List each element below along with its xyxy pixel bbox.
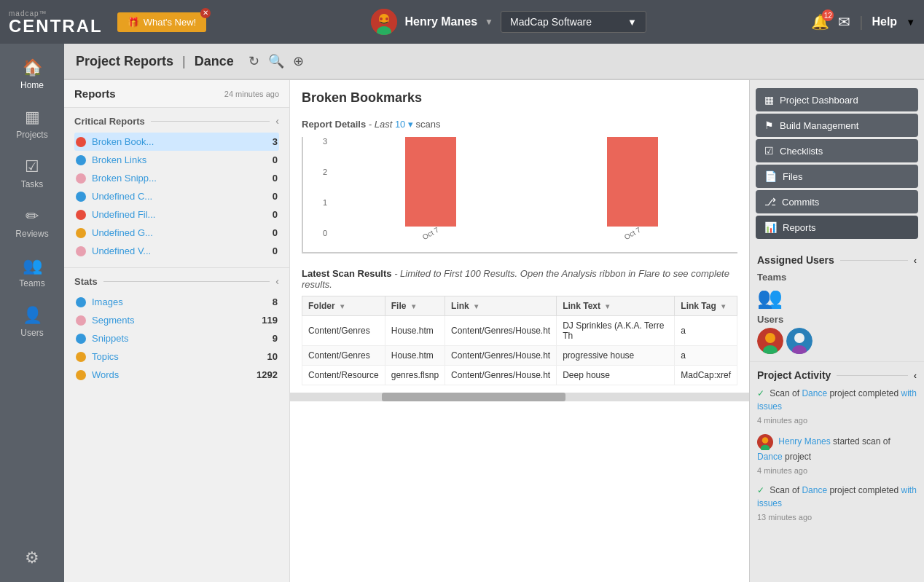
build-label: Build Management <box>780 120 909 131</box>
table-row-0[interactable]: Content/Genres House.htm Content/Genres/… <box>302 316 737 346</box>
header-right: 🔔 12 ✉ | Help ▼ <box>811 13 915 31</box>
right-nav-files[interactable]: 📄 Files <box>756 165 918 188</box>
assigned-collapse-button[interactable]: ‹ <box>914 255 917 266</box>
target-icon[interactable]: ⊕ <box>293 53 304 69</box>
checklist-icon: ☑ <box>764 145 774 157</box>
sidebar-item-reviews[interactable]: ✏ Reviews <box>0 200 64 246</box>
right-nav-commits[interactable]: ⎇ Commits <box>756 190 918 213</box>
bars-container: Oct 7 Oct 7 <box>332 137 730 237</box>
report-dot-3 <box>76 192 86 202</box>
table-row-2[interactable]: Content/Resource genres.flsnp Content/Ge… <box>302 366 737 385</box>
sidebar-item-users[interactable]: 👤 Users <box>0 299 64 345</box>
stats-item-1[interactable]: Segments 119 <box>74 311 279 329</box>
message-icon[interactable]: ✉ <box>838 13 850 31</box>
stats-item-0[interactable]: Images 8 <box>74 293 279 311</box>
user-dropdown-arrow[interactable]: ▼ <box>485 17 493 27</box>
teams-icon: 👥 <box>23 256 42 275</box>
bar-x-label-1: Oct 7 <box>420 226 439 241</box>
whats-new-banner[interactable]: 🎁 What's New! ✕ <box>117 12 207 32</box>
critical-collapse-button[interactable]: ‹ <box>275 115 279 127</box>
close-whats-new-button[interactable]: ✕ <box>200 8 211 18</box>
stats-item-name-1: Segments <box>92 315 256 326</box>
table-row-1[interactable]: Content/Genres House.htm Content/Genres/… <box>302 346 737 366</box>
content-wrapper: Reports 24 minutes ago Critical Reports … <box>64 80 924 582</box>
col-link-tag[interactable]: Link Tag ▾ <box>675 296 737 316</box>
reports-nav-label: Reports <box>783 222 909 233</box>
assigned-title: Assigned Users <box>757 254 834 266</box>
col-link-text[interactable]: Link Text ▾ <box>557 296 675 316</box>
report-item-count-5: 0 <box>263 227 278 238</box>
col-folder[interactable]: Folder ▾ <box>302 296 385 316</box>
report-count-dropdown[interactable]: 10 ▾ <box>395 119 413 130</box>
activity-link-dance-1[interactable]: Dance <box>802 388 827 398</box>
latest-scan-title: Latest Scan Results - Limited to First 1… <box>302 268 737 290</box>
activity-link-dance-2[interactable]: Dance <box>757 452 783 462</box>
logo-area: madcap™ CENTRAL <box>9 9 103 35</box>
stats-dot-2 <box>76 334 86 344</box>
breadcrumb-project[interactable]: Project Reports <box>76 54 173 69</box>
report-dot-0 <box>76 137 86 147</box>
y-label-1: 1 <box>323 198 327 207</box>
activity-link-henry[interactable]: Henry Manes <box>778 436 830 447</box>
sidebar: 🏠 Home ▦ Projects ☑ Tasks ✏ Reviews 👥 Te… <box>0 44 64 582</box>
right-nav-project-dashboard[interactable]: ▦ Project Dashboard <box>756 88 918 111</box>
org-selector[interactable]: MadCap Software ▼ <box>501 11 646 33</box>
right-nav-build-management[interactable]: ⚑ Build Management <box>756 114 918 137</box>
breadcrumb-page[interactable]: Dance <box>195 54 234 69</box>
critical-report-item-1[interactable]: Broken Links 0 <box>74 151 279 169</box>
user-avatar-1[interactable] <box>757 328 783 354</box>
col-link[interactable]: Link ▾ <box>445 296 557 316</box>
files-icon: 📄 <box>764 170 777 182</box>
stats-item-3[interactable]: Topics 10 <box>74 347 279 366</box>
stats-item-count-2: 9 <box>263 333 278 344</box>
help-button[interactable]: Help <box>872 15 897 28</box>
reports-time: 24 minutes ago <box>224 90 279 98</box>
critical-report-item-6[interactable]: Undefined V... 0 <box>74 242 279 260</box>
user-avatar-2[interactable] <box>786 328 813 354</box>
chart-container: Report Details - Last 10 ▾ scans 3 2 1 0 <box>290 111 749 261</box>
refresh-icon[interactable]: ↻ <box>248 53 259 69</box>
critical-report-item-2[interactable]: Broken Snipp... 0 <box>74 169 279 187</box>
horizontal-scrollbar[interactable] <box>290 393 749 401</box>
stats-item-2[interactable]: Snippets 9 <box>74 329 279 347</box>
critical-report-item-3[interactable]: Undefined C... 0 <box>74 187 279 205</box>
header-tools: ↻ 🔍 ⊕ <box>248 53 304 69</box>
stats-item-count-0: 8 <box>263 296 278 307</box>
stats-section: Stats ‹ Images 8 Segments 119 Snippets 9… <box>64 267 289 391</box>
breadcrumb: Project Reports | Dance <box>76 54 234 69</box>
user-name[interactable]: Henry Manes <box>404 15 477 28</box>
search-icon[interactable]: 🔍 <box>268 53 284 69</box>
sidebar-item-teams[interactable]: 👥 Teams <box>0 249 64 296</box>
teams-group-icon[interactable]: 👥 <box>757 286 783 310</box>
stats-item-count-3: 10 <box>263 351 278 362</box>
critical-report-item-0[interactable]: Broken Book... 3 <box>74 133 279 151</box>
stats-collapse-button[interactable]: ‹ <box>275 275 279 287</box>
stats-dot-0 <box>76 297 86 307</box>
header-center: Henry Manes ▼ MadCap Software ▼ <box>206 9 811 35</box>
sidebar-item-home[interactable]: 🏠 Home <box>0 51 64 98</box>
notification-bell[interactable]: 🔔 12 <box>811 13 829 31</box>
stats-item-4[interactable]: Words 1292 <box>74 366 279 384</box>
activity-text-3a: Scan of <box>770 485 802 495</box>
activity-collapse-button[interactable]: ‹ <box>914 370 917 381</box>
critical-report-item-5[interactable]: Undefined G... 0 <box>74 224 279 242</box>
activity-link-dance-3[interactable]: Dance <box>802 485 827 495</box>
table-header-row: Folder ▾ File ▾ Link ▾ Link Text ▾ Link … <box>302 296 737 316</box>
results-tbody: Content/Genres House.htm Content/Genres/… <box>302 316 737 385</box>
reviews-icon: ✏ <box>26 207 39 226</box>
y-label-2: 2 <box>323 168 327 176</box>
report-item-name-0: Broken Book... <box>92 136 257 147</box>
scrollbar-thumb[interactable] <box>382 393 565 401</box>
sidebar-item-settings[interactable]: ⚙ <box>0 541 64 575</box>
critical-items-list: Broken Book... 3 Broken Links 0 Broken S… <box>74 133 279 260</box>
help-dropdown[interactable]: ▼ <box>906 17 915 28</box>
report-item-count-0: 3 <box>263 136 278 147</box>
sidebar-item-projects[interactable]: ▦ Projects <box>0 101 64 147</box>
critical-report-item-4[interactable]: Undefined Fil... 0 <box>74 205 279 224</box>
col-file[interactable]: File ▾ <box>385 296 445 316</box>
right-nav-checklists[interactable]: ☑ Checklists <box>756 139 918 162</box>
right-nav-reports[interactable]: 📊 Reports <box>756 216 918 239</box>
sidebar-item-tasks[interactable]: ☑ Tasks <box>0 150 64 197</box>
report-dot-4 <box>76 210 86 220</box>
report-item-name-5: Undefined G... <box>92 227 257 238</box>
